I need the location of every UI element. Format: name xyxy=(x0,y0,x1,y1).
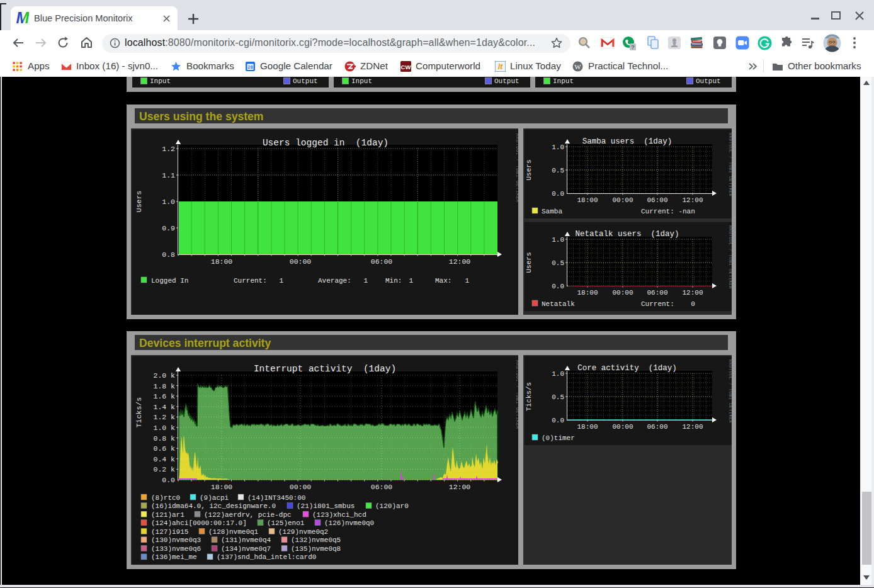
svg-text:0.0: 0.0 xyxy=(552,417,564,424)
svg-text:(0)timer: (0)timer xyxy=(542,434,575,442)
svg-text:12:00: 12:00 xyxy=(449,257,471,266)
svg-text:06:00: 06:00 xyxy=(647,196,667,204)
svg-text:1.0: 1.0 xyxy=(552,236,564,244)
svg-text:Average:: Average: xyxy=(318,277,351,285)
svg-text:18:00: 18:00 xyxy=(577,423,598,431)
svg-text:(137)snd_hda_intel:card0: (137)snd_hda_intel:card0 xyxy=(217,553,316,561)
svg-text:00:00: 00:00 xyxy=(612,423,633,431)
svg-text:0.9: 0.9 xyxy=(162,224,175,232)
svg-text:18:00: 18:00 xyxy=(211,257,233,266)
svg-text:1: 1 xyxy=(409,277,413,285)
svg-text:12:00: 12:00 xyxy=(682,196,703,204)
svg-text:0.8: 0.8 xyxy=(162,251,175,259)
svg-text:Users: Users xyxy=(525,159,533,180)
svg-text:0.0: 0.0 xyxy=(552,190,564,198)
svg-text:Current: -nan: Current: -nan xyxy=(641,208,695,215)
svg-text:0.4 k: 0.4 k xyxy=(153,455,175,463)
svg-text:00:00: 00:00 xyxy=(290,257,312,266)
svg-text:0.5: 0.5 xyxy=(552,259,564,267)
svg-text:1: 1 xyxy=(465,277,469,285)
svg-text:Core activity (1day): Core activity (1day) xyxy=(577,364,677,373)
svg-text:12:00: 12:00 xyxy=(682,423,703,431)
svg-text:(133)nvme0q6: (133)nvme0q6 xyxy=(151,545,201,553)
svg-text:Max:: Max: xyxy=(435,277,451,285)
svg-text:(136)mei_me: (136)mei_me xyxy=(151,553,197,561)
svg-text:1.0 k: 1.0 k xyxy=(153,424,175,432)
svg-text:Interrupt activity (1day): Interrupt activity (1day) xyxy=(254,364,396,374)
svg-text:Current: 0: Current: 0 xyxy=(641,300,695,308)
svg-text:Ticks/s: Ticks/s xyxy=(135,397,143,427)
svg-text:(130)nvme0q3: (130)nvme0q3 xyxy=(151,536,201,544)
svg-text:0.6 k: 0.6 k xyxy=(153,444,175,453)
svg-text:18:00: 18:00 xyxy=(577,196,598,204)
svg-text:(135)nvme0q8: (135)nvme0q8 xyxy=(291,545,341,553)
svg-text:Netatalk: Netatalk xyxy=(542,300,575,308)
svg-text:1.2 k: 1.2 k xyxy=(153,413,175,421)
svg-text:Logged In: Logged In xyxy=(151,277,188,285)
svg-text:1: 1 xyxy=(279,277,283,285)
svg-text:(121)ar1: (121)ar1 xyxy=(151,511,184,519)
svg-text:(134)nvme0q7: (134)nvme0q7 xyxy=(221,545,271,553)
svg-text:Ticks/s: Ticks/s xyxy=(525,382,533,411)
svg-text:06:00: 06:00 xyxy=(647,423,667,431)
svg-text:(132)nvme0q5: (132)nvme0q5 xyxy=(291,536,341,544)
svg-text:0.5: 0.5 xyxy=(552,393,564,401)
svg-text:12:00: 12:00 xyxy=(449,483,471,491)
svg-text:(21)i801_smbus: (21)i801_smbus xyxy=(297,502,355,510)
svg-text:2.0 k: 2.0 k xyxy=(153,371,175,380)
svg-text:18:00: 18:00 xyxy=(577,289,598,297)
svg-text:06:00: 06:00 xyxy=(371,483,393,491)
svg-text:Samba users (1day): Samba users (1day) xyxy=(582,137,673,146)
svg-text:0.0: 0.0 xyxy=(552,283,564,290)
svg-text:RRDTOOL / TOBI OETIKER: RRDTOOL / TOBI OETIKER xyxy=(728,133,732,197)
svg-text:(8)rtc0: (8)rtc0 xyxy=(151,494,180,502)
svg-text:Users: Users xyxy=(135,191,143,213)
svg-text:(122)aerdrv, pcie-dpc: (122)aerdrv, pcie-dpc xyxy=(204,511,292,519)
svg-text:Users logged in (1day): Users logged in (1day) xyxy=(263,138,389,148)
svg-text:1.0: 1.0 xyxy=(552,144,564,151)
svg-text:0.8 k: 0.8 k xyxy=(153,434,175,443)
svg-text:RRDTOOL / TOBI OETIKER: RRDTOOL / TOBI OETIKER xyxy=(728,359,732,424)
svg-text:06:00: 06:00 xyxy=(371,257,393,266)
svg-text:Netatalk users (1day): Netatalk users (1day) xyxy=(575,230,679,239)
svg-text:0.0: 0.0 xyxy=(162,476,175,484)
svg-text:(123)xhci_hcd: (123)xhci_hcd xyxy=(312,511,366,519)
svg-text:0.5: 0.5 xyxy=(552,167,564,174)
svg-text:1.4 k: 1.4 k xyxy=(153,403,175,411)
svg-text:Min:: Min: xyxy=(385,277,402,285)
svg-text:12:00: 12:00 xyxy=(682,289,703,297)
svg-text:0.2 k: 0.2 k xyxy=(153,465,175,473)
svg-text:(129)nvme0q2: (129)nvme0q2 xyxy=(278,528,328,536)
svg-text:(9)acpi: (9)acpi xyxy=(200,494,229,502)
svg-text:Samba: Samba xyxy=(542,208,562,215)
svg-text:RRDTOOL / TOBI OETIKER: RRDTOOL / TOBI OETIKER xyxy=(515,133,518,203)
svg-text:RRDTOOL / TOBI OETIKER: RRDTOOL / TOBI OETIKER xyxy=(515,360,518,429)
svg-text:00:00: 00:00 xyxy=(612,289,633,297)
svg-text:(120)ar0: (120)ar0 xyxy=(375,502,409,510)
svg-text:RRDTOOL / TOBI OETIKER: RRDTOOL / TOBI OETIKER xyxy=(728,225,732,290)
svg-text:06:00: 06:00 xyxy=(647,289,667,297)
svg-text:1.0: 1.0 xyxy=(552,370,564,378)
svg-text:(124)ahci[0000:00:17.0]: (124)ahci[0000:00:17.0] xyxy=(151,519,247,527)
svg-text:(127)i915: (127)i915 xyxy=(151,528,188,536)
svg-text:00:00: 00:00 xyxy=(612,196,633,204)
svg-text:(125)eno1: (125)eno1 xyxy=(267,519,305,527)
svg-text:Users: Users xyxy=(525,252,533,273)
svg-text:1.6 k: 1.6 k xyxy=(153,392,175,400)
svg-text:(128)nvme0q1: (128)nvme0q1 xyxy=(208,528,259,536)
svg-text:(16)idma64.0, i2c_designware.0: (16)idma64.0, i2c_designware.0 xyxy=(151,502,276,510)
svg-text:1.1: 1.1 xyxy=(162,171,175,179)
svg-text:(14)INT3450:00: (14)INT3450:00 xyxy=(247,494,305,502)
svg-text:(131)nvme0q4: (131)nvme0q4 xyxy=(221,536,271,544)
svg-text:W: W xyxy=(574,63,581,71)
svg-text:1.8 k: 1.8 k xyxy=(153,382,175,390)
svg-text:1: 1 xyxy=(363,277,368,285)
svg-text:(126)nvme0q0: (126)nvme0q0 xyxy=(324,519,374,527)
svg-text:?: ? xyxy=(631,44,635,50)
svg-text:00:00: 00:00 xyxy=(290,483,312,491)
svg-text:1.2: 1.2 xyxy=(162,145,175,153)
svg-text:Current:: Current: xyxy=(234,277,267,285)
svg-text:28: 28 xyxy=(247,64,253,70)
svg-text:lt: lt xyxy=(498,62,503,71)
svg-text:1.0: 1.0 xyxy=(162,198,175,206)
